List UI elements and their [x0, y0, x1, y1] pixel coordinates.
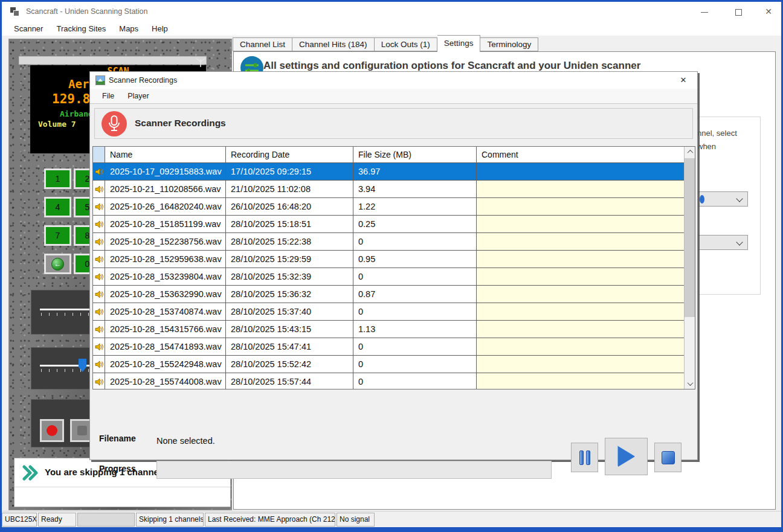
record-button[interactable] — [40, 419, 64, 442]
cell-file-size: 1.22 — [353, 198, 477, 216]
stop-button[interactable] — [654, 443, 682, 472]
dialog-header-band: Scanner Recordings — [94, 108, 693, 139]
table-row[interactable]: 2025-10-28_154741893.wav28/10/2025 15:47… — [93, 338, 685, 356]
cell-recording-date: 26/10/2025 16:48:20 — [226, 198, 353, 216]
tab-channel-hits[interactable]: Channel Hits (184) — [292, 37, 375, 51]
main-menubar: Scanner Tracking Sites Maps Help — [2, 22, 781, 36]
keypad-button-7[interactable]: 7 — [44, 225, 71, 246]
table-row[interactable]: 2025-10-28_152238756.wav28/10/2025 15:22… — [93, 233, 685, 251]
cell-name: 2025-10-28_153740874.wav — [105, 303, 226, 321]
back-arrow-icon: ← — [51, 258, 64, 271]
menu-maps[interactable]: Maps — [112, 22, 145, 36]
pause-button[interactable] — [571, 443, 598, 472]
dialog-close-button[interactable]: ✕ — [673, 72, 694, 89]
cell-name: 2025-10-26_164820240.wav — [105, 198, 226, 216]
speaker-icon — [93, 321, 105, 338]
tab-strip: Channel List Channel Hits (184) Lock Out… — [233, 37, 538, 51]
cell-file-size: 36.97 — [353, 163, 477, 181]
main-titlebar[interactable]: Scancraft - Uniden Scanning Station ✕ — [2, 2, 781, 22]
speaker-icon — [93, 373, 105, 389]
speaker-icon — [93, 181, 105, 198]
dialog-titlebar[interactable]: Scanner Recordings ✕ — [90, 72, 697, 89]
cell-comment — [477, 216, 685, 233]
cell-comment — [477, 338, 685, 356]
column-header-size[interactable]: File Size (MB) — [353, 147, 477, 163]
cell-recording-date: 17/10/2025 09:29:15 — [226, 163, 353, 181]
maximize-icon — [735, 9, 742, 16]
slider-ticks-2 — [41, 369, 97, 372]
close-button[interactable]: ✕ — [755, 2, 782, 22]
cell-recording-date: 28/10/2025 15:32:39 — [226, 268, 353, 286]
column-header-date[interactable]: Recording Date — [226, 147, 353, 163]
table-row[interactable]: 2025-10-21_110208566.wav21/10/2025 11:02… — [93, 181, 685, 198]
stop-icon — [662, 451, 675, 464]
cell-file-size: 1.13 — [353, 321, 477, 338]
table-row[interactable]: 2025-10-28_153740874.wav28/10/2025 15:37… — [93, 303, 685, 321]
speaker-icon — [93, 356, 105, 373]
table-row[interactable]: 2025-10-26_164820240.wav26/10/2025 16:48… — [93, 198, 685, 216]
cell-comment — [477, 373, 685, 389]
cell-recording-date: 28/10/2025 15:29:59 — [226, 251, 353, 268]
cell-file-size: 0 — [353, 338, 477, 356]
scroll-down-icon[interactable] — [685, 379, 695, 389]
column-header-name[interactable]: Name — [105, 147, 226, 163]
cell-file-size: 0 — [353, 233, 477, 251]
table-row[interactable]: 2025-10-17_092915883.wav17/10/2025 09:29… — [93, 163, 685, 181]
scrollbar-thumb[interactable] — [685, 158, 695, 317]
keypad-button-4[interactable]: 4 — [44, 197, 71, 217]
column-header-comment[interactable]: Comment — [477, 147, 685, 163]
play-button[interactable] — [605, 438, 648, 475]
menu-help[interactable]: Help — [145, 22, 175, 36]
table-row[interactable]: 2025-10-28_155242948.wav28/10/2025 15:52… — [93, 356, 685, 373]
vertical-scrollbar[interactable] — [684, 147, 695, 389]
cell-name: 2025-10-28_153632990.wav — [105, 286, 226, 303]
table-row[interactable]: 2025-10-28_153632990.wav28/10/2025 15:36… — [93, 286, 685, 303]
table-row[interactable]: 2025-10-28_151851199.wav28/10/2025 15:18… — [93, 216, 685, 233]
stop-record-icon — [77, 426, 87, 435]
tab-channel-list[interactable]: Channel List — [233, 37, 292, 51]
cell-recording-date: 28/10/2025 15:36:32 — [226, 286, 353, 303]
dialog-icon — [95, 75, 105, 85]
table-row[interactable]: 2025-10-28_153239804.wav28/10/2025 15:32… — [93, 268, 685, 286]
dialog-title: Scanner Recordings — [109, 72, 177, 89]
speaker-icon — [93, 216, 105, 233]
cell-recording-date: 28/10/2025 15:22:38 — [226, 233, 353, 251]
icon-column-header[interactable] — [93, 147, 105, 163]
cell-name: 2025-10-17_092915883.wav — [105, 163, 226, 181]
recordings-table-body: 2025-10-17_092915883.wav17/10/2025 09:29… — [93, 163, 685, 389]
cell-recording-date: 21/10/2025 11:02:08 — [226, 181, 353, 198]
cell-file-size: 0 — [353, 356, 477, 373]
speaker-icon — [93, 338, 105, 356]
keypad-back-button[interactable]: ← — [44, 254, 71, 274]
tab-settings[interactable]: Settings — [437, 35, 481, 52]
table-row[interactable]: 2025-10-28_155744008.wav28/10/2025 15:57… — [93, 373, 685, 389]
dialog-menu-file[interactable]: File — [95, 89, 121, 103]
menu-tracking-sites[interactable]: Tracking Sites — [50, 22, 112, 36]
maximize-button[interactable] — [724, 2, 752, 22]
status-model: UBC125XLT — [2, 513, 37, 527]
status-skipping: Skipping 1 channels — [136, 513, 204, 527]
cell-recording-date: 28/10/2025 15:47:41 — [226, 338, 353, 356]
speaker-icon — [93, 268, 105, 286]
cell-comment — [477, 303, 685, 321]
speaker-icon — [93, 286, 105, 303]
cell-file-size: 0.87 — [353, 286, 477, 303]
recordings-table: Name Recording Date File Size (MB) Comme… — [92, 146, 695, 389]
keypad-button-1[interactable]: 1 — [44, 168, 71, 189]
dialog-menu-player[interactable]: Player — [121, 89, 155, 103]
cell-file-size: 0 — [353, 373, 477, 389]
menu-scanner[interactable]: Scanner — [7, 22, 50, 36]
status-progress-area — [77, 513, 135, 527]
microphone-icon — [102, 111, 127, 136]
table-row[interactable]: 2025-10-28_154315766.wav28/10/2025 15:43… — [93, 321, 685, 338]
status-ready: Ready — [38, 513, 76, 527]
table-row[interactable]: 2025-10-28_152959638.wav28/10/2025 15:29… — [93, 251, 685, 268]
scanner-recordings-dialog: Scanner Recordings ✕ File Player Scanner… — [89, 71, 698, 460]
cell-name: 2025-10-28_152238756.wav — [105, 233, 226, 251]
scroll-up-icon[interactable] — [685, 147, 695, 157]
cell-comment — [477, 286, 685, 303]
tab-terminology[interactable]: Terminology — [480, 37, 538, 51]
minimize-button[interactable] — [691, 2, 718, 22]
tab-lock-outs[interactable]: Lock Outs (1) — [375, 37, 437, 51]
chevron-down-icon — [736, 239, 743, 245]
